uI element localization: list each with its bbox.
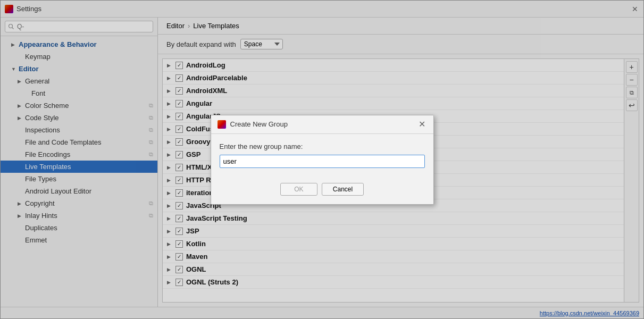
dialog-overlay: Create New Group ✕ Enter the new group n…: [0, 0, 644, 319]
dialog-close-button[interactable]: ✕: [417, 120, 427, 129]
create-group-dialog: Create New Group ✕ Enter the new group n…: [211, 115, 434, 205]
ok-button[interactable]: OK: [280, 183, 317, 196]
dialog-title-bar: Create New Group ✕: [211, 115, 433, 134]
dialog-label: Enter the new group name:: [220, 142, 425, 150]
group-name-input[interactable]: [220, 155, 425, 168]
dialog-app-icon: [218, 120, 226, 129]
cancel-button[interactable]: Cancel: [322, 183, 364, 196]
dialog-title: Create New Group: [230, 120, 417, 128]
dialog-body: Enter the new group name:: [211, 134, 433, 177]
dialog-buttons: OK Cancel: [211, 177, 433, 204]
